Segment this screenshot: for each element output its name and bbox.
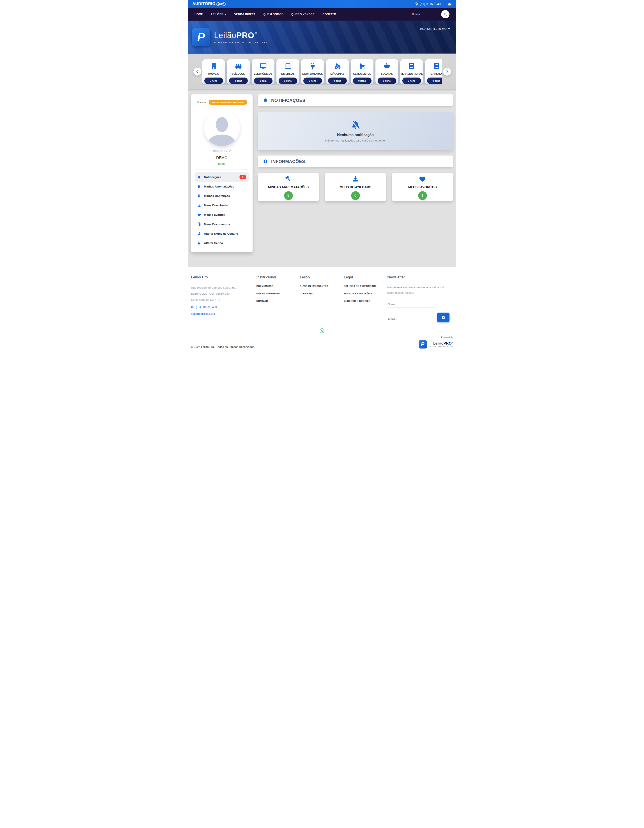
avatar[interactable]: [204, 110, 240, 146]
footer-link-duvidas-frequentes[interactable]: DÚVIDAS FREQUENTES: [300, 285, 340, 287]
newsletter-name-input[interactable]: [387, 301, 435, 308]
whatsapp-icon: [191, 305, 194, 309]
category-card-terrenos[interactable]: TERRENOS 0 itens: [425, 59, 442, 85]
footer-link-quem-somos[interactable]: QUEM SOMOS: [256, 285, 296, 287]
footer-link-politica-privacidade[interactable]: POLÍTICA DE PRIVACIDADE: [344, 285, 384, 287]
footer-col-title-leilao: Leilão: [300, 275, 340, 279]
category-label: SEMOVENTES: [353, 72, 371, 75]
category-card-veiculos[interactable]: VEÍCULOS 4 itens: [227, 59, 250, 85]
footer-phone: (51) 98159-9490: [196, 305, 217, 309]
profile-sidebar: Status: AGUARDANDO DOCUMENTOS TROCAR FOT…: [191, 94, 252, 252]
nav-item-home[interactable]: HOME: [194, 13, 203, 16]
sidebar-item-alterar-nome[interactable]: Alterar Nome de Usuário: [195, 229, 249, 238]
topbar-separator: |: [445, 2, 445, 6]
sidebar-item-label: Meus Favoritos: [204, 213, 226, 216]
copyright-text: © 2026 Leilão Pro - Todos os Direitos Re…: [191, 345, 255, 348]
sidebar-item-label: Notificações: [204, 176, 221, 179]
notifications-empty-state: Nenhuma notificação Não temos notificaçõ…: [258, 112, 453, 150]
info-card-label: MEUS FAVORITOS: [408, 185, 437, 189]
sidebar-item-notificacoes[interactable]: Notificações 0: [195, 172, 249, 182]
category-label: MÁQUINAS: [330, 72, 344, 75]
category-count-badge: 4 itens: [229, 78, 248, 84]
category-label: TERRENO RURAL: [400, 72, 423, 75]
heart-icon: [197, 213, 201, 216]
whatsapp-icon: [414, 2, 418, 6]
leilaopro-tagline: A MANEIRA FÁCIL DE LEILOAR: [214, 41, 268, 44]
nav-item-quero-vender[interactable]: QUERO VENDER: [291, 13, 315, 16]
category-count-badge: 0 itens: [328, 78, 347, 84]
category-card-equipamentos[interactable]: EQUIPAMENTOS 0 itens: [301, 59, 324, 85]
search-input[interactable]: [412, 11, 439, 17]
bell-icon: [263, 98, 268, 103]
category-count-badge: 0 itens: [279, 78, 297, 84]
documents-icon: [197, 222, 201, 226]
category-carousel: IMÓVEIS 6 itens VEÍCULOS 4 itens ELETRÔN…: [188, 54, 456, 89]
leilaopro-logo-name: LeilãoPRO®: [429, 341, 453, 346]
sidebar-item-alterar-senha[interactable]: Alterar Senha: [195, 238, 249, 248]
category-card-imoveis[interactable]: IMÓVEIS 6 itens: [202, 59, 225, 85]
newsletter-send-button[interactable]: [437, 312, 450, 322]
auditorio-logo-text: AUDITÓRIO: [192, 2, 216, 6]
notifications-panel-title: NOTIFICAÇÕES: [271, 98, 306, 103]
nav-item-leiloes[interactable]: LEILÕES: [211, 13, 226, 16]
info-card-count: 1: [418, 191, 427, 200]
footer-email-link[interactable]: suporte@leilao.pro: [191, 312, 253, 315]
gavel-icon: [285, 175, 292, 182]
category-count-badge: 0 itens: [403, 78, 421, 84]
bell-icon: [197, 175, 201, 179]
status-badge: AGUARDANDO DOCUMENTOS: [209, 100, 247, 105]
topbar-phone[interactable]: (51) 98159-9490: [420, 2, 442, 6]
card-meus-downloads[interactable]: MEUS DOWNLOADS 0: [325, 173, 386, 201]
address-line: Bairro Goiás - CEP 96810-280: [191, 291, 253, 296]
footer-link-contato[interactable]: CONTATO: [256, 300, 296, 302]
footer-address: Rua Presidente Campos Sales, 662 Bairro …: [191, 285, 253, 303]
person-silhouette-icon: [204, 110, 240, 146]
auditorio-360-logo[interactable]: AUDITÓRIO 360°: [192, 2, 226, 6]
sidebar-item-label: Meus Documentos: [204, 223, 230, 226]
footer-phone-link[interactable]: (51) 98159-9490: [191, 305, 253, 309]
oil-can-icon: [383, 62, 391, 70]
invoice-dollar-icon: $: [197, 185, 201, 188]
address-line: Santa Cruz do Sul / RS: [191, 297, 253, 303]
nav-item-venda-direta[interactable]: VENDA DIRETA: [234, 13, 255, 16]
category-card-sucatas[interactable]: SUCATAS 0 itens: [376, 59, 398, 85]
user-greeting-dropdown[interactable]: BOA NOITE, DEMO: [420, 27, 450, 30]
change-photo-link[interactable]: TROCAR FOTO: [195, 149, 249, 152]
leilaopro-logo-name: LeilãoPRO®: [214, 31, 268, 40]
informations-panel-title: INFORMAÇÕES: [271, 159, 305, 164]
carousel-next-button[interactable]: [443, 68, 451, 75]
bell-slash-icon: [351, 120, 360, 130]
card-minhas-arrematacoes[interactable]: MINHAS ARREMATAÇÕES 5: [258, 173, 319, 201]
sidebar-item-meus-favoritos[interactable]: Meus Favoritos: [195, 210, 249, 220]
whatsapp-icon[interactable]: [319, 328, 325, 334]
category-card-terreno-rural[interactable]: TERRENO RURAL 0 itens: [400, 59, 423, 85]
sidebar-item-label: Minhas Cobranças: [204, 194, 230, 198]
powered-by-label: Powered By: [418, 336, 453, 339]
newsletter-email-input[interactable]: [387, 315, 435, 322]
envelope-icon: [441, 315, 445, 319]
category-card-maquinas[interactable]: MÁQUINAS 0 itens: [326, 59, 349, 85]
footer-link-termos-condicoes[interactable]: TERMOS & CONDIÇÕES: [344, 292, 384, 295]
category-card-semoventes[interactable]: SEMOVENTES 0 itens: [351, 59, 373, 85]
carousel-prev-button[interactable]: [193, 68, 201, 75]
footer-link-nossa-estrutura[interactable]: NOSSA ESTRUTURA: [256, 292, 296, 295]
info-card-label: MEUS DOWNLOADS: [340, 185, 371, 189]
category-label: TERRENOS: [429, 72, 442, 75]
user-icon: [197, 232, 201, 235]
sidebar-item-meus-downloads[interactable]: Meus Downloads: [195, 201, 249, 210]
card-meus-favoritos[interactable]: MEUS FAVORITOS 1: [392, 173, 453, 201]
leilaopro-logo[interactable]: P LeilãoPRO® A MANEIRA FÁCIL DE LEILOAR: [192, 28, 268, 46]
category-card-eletronicos[interactable]: ELETRÔNICOS 1 item: [252, 59, 274, 85]
sidebar-item-minhas-arrematacoes[interactable]: $ Minhas Arrematações: [195, 182, 249, 191]
envelope-icon[interactable]: [448, 2, 452, 6]
footer-link-glossario[interactable]: GLOSSÁRIO: [300, 292, 340, 295]
footer-link-gerenciar-cookies[interactable]: GERENCIAR COOKIES: [344, 300, 384, 302]
search-button[interactable]: [441, 10, 450, 19]
sidebar-item-minhas-cobrancas[interactable]: Minhas Cobranças: [195, 191, 249, 201]
category-card-diversos[interactable]: DIVERSOS 0 itens: [276, 59, 299, 85]
divider: [195, 169, 248, 170]
nav-item-contato[interactable]: CONTATO: [323, 13, 336, 16]
nav-item-quem-somos[interactable]: QUEM SOMOS: [263, 13, 284, 16]
leilaopro-footer-logo[interactable]: P LeilãoPRO® A MANEIRA FÁCIL DE LEILOAR: [418, 340, 453, 348]
sidebar-item-meus-documentos[interactable]: Meus Documentos: [195, 220, 249, 229]
